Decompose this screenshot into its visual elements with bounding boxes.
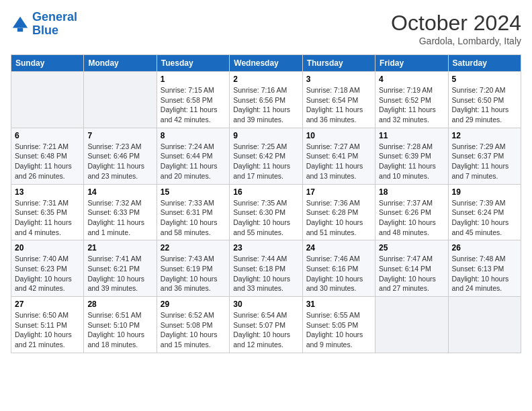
day-number: 31 — [306, 300, 371, 309]
day-info: Sunrise: 7:16 AM Sunset: 6:56 PM Dayligh… — [233, 85, 298, 125]
weekday-header-cell: Wednesday — [230, 55, 302, 72]
calendar-cell: 10Sunrise: 7:27 AM Sunset: 6:41 PM Dayli… — [302, 128, 375, 184]
calendar-cell: 30Sunrise: 6:54 AM Sunset: 5:07 PM Dayli… — [230, 297, 302, 353]
calendar-body: 1Sunrise: 7:15 AM Sunset: 6:58 PM Daylig… — [11, 72, 521, 353]
calendar-table: SundayMondayTuesdayWednesdayThursdayFrid… — [11, 54, 521, 353]
logo-text: General Blue — [32, 11, 77, 38]
calendar-week-row: 20Sunrise: 7:40 AM Sunset: 6:23 PM Dayli… — [11, 240, 521, 297]
day-number: 4 — [379, 75, 444, 84]
day-info: Sunrise: 6:54 AM Sunset: 5:07 PM Dayligh… — [233, 310, 298, 350]
title-block: October 2024 Gardola, Lombardy, Italy — [391, 11, 521, 46]
day-number: 30 — [233, 300, 298, 309]
day-number: 28 — [87, 300, 152, 309]
calendar-cell: 1Sunrise: 7:15 AM Sunset: 6:58 PM Daylig… — [157, 72, 229, 128]
calendar-week-row: 1Sunrise: 7:15 AM Sunset: 6:58 PM Daylig… — [11, 72, 521, 128]
day-number: 18 — [379, 187, 444, 197]
calendar-cell: 11Sunrise: 7:28 AM Sunset: 6:39 PM Dayli… — [375, 128, 448, 184]
calendar-cell: 15Sunrise: 7:33 AM Sunset: 6:31 PM Dayli… — [157, 184, 229, 240]
day-number: 15 — [161, 187, 226, 197]
logo: General Blue — [11, 11, 77, 38]
day-number: 24 — [306, 243, 371, 253]
location-subtitle: Gardola, Lombardy, Italy — [391, 36, 521, 46]
calendar-cell — [11, 72, 84, 128]
day-info: Sunrise: 6:51 AM Sunset: 5:10 PM Dayligh… — [87, 310, 152, 350]
calendar-cell: 29Sunrise: 6:52 AM Sunset: 5:08 PM Dayli… — [157, 297, 229, 353]
calendar-cell — [375, 297, 448, 353]
day-number: 29 — [161, 300, 226, 309]
weekday-header-cell: Thursday — [302, 55, 375, 72]
day-number: 23 — [233, 243, 298, 253]
calendar-cell: 20Sunrise: 7:40 AM Sunset: 6:23 PM Dayli… — [11, 240, 84, 297]
calendar-cell: 21Sunrise: 7:41 AM Sunset: 6:21 PM Dayli… — [84, 240, 157, 297]
day-info: Sunrise: 7:40 AM Sunset: 6:23 PM Dayligh… — [15, 254, 80, 293]
day-info: Sunrise: 7:39 AM Sunset: 6:24 PM Dayligh… — [452, 198, 517, 238]
day-info: Sunrise: 7:20 AM Sunset: 6:50 PM Dayligh… — [452, 85, 517, 125]
day-info: Sunrise: 6:55 AM Sunset: 5:05 PM Dayligh… — [306, 310, 371, 350]
day-info: Sunrise: 7:19 AM Sunset: 6:52 PM Dayligh… — [379, 85, 444, 125]
calendar-cell: 8Sunrise: 7:24 AM Sunset: 6:44 PM Daylig… — [157, 128, 229, 184]
day-number: 26 — [452, 243, 517, 253]
calendar-cell: 2Sunrise: 7:16 AM Sunset: 6:56 PM Daylig… — [230, 72, 302, 128]
calendar-cell: 19Sunrise: 7:39 AM Sunset: 6:24 PM Dayli… — [448, 184, 521, 240]
day-info: Sunrise: 7:28 AM Sunset: 6:39 PM Dayligh… — [379, 142, 444, 181]
day-number: 1 — [161, 75, 226, 84]
day-info: Sunrise: 7:31 AM Sunset: 6:35 PM Dayligh… — [15, 198, 80, 238]
day-info: Sunrise: 6:50 AM Sunset: 5:11 PM Dayligh… — [15, 310, 80, 350]
weekday-header-cell: Tuesday — [157, 55, 229, 72]
month-year-title: October 2024 — [391, 11, 521, 36]
day-number: 16 — [233, 187, 298, 197]
calendar-cell: 4Sunrise: 7:19 AM Sunset: 6:52 PM Daylig… — [375, 72, 448, 128]
day-number: 11 — [379, 131, 444, 140]
day-info: Sunrise: 6:52 AM Sunset: 5:08 PM Dayligh… — [161, 310, 226, 350]
day-number: 3 — [306, 75, 371, 84]
day-info: Sunrise: 7:24 AM Sunset: 6:44 PM Dayligh… — [161, 142, 226, 181]
calendar-cell: 31Sunrise: 6:55 AM Sunset: 5:05 PM Dayli… — [302, 297, 375, 353]
day-number: 17 — [306, 187, 371, 197]
day-info: Sunrise: 7:18 AM Sunset: 6:54 PM Dayligh… — [306, 85, 371, 125]
day-info: Sunrise: 7:15 AM Sunset: 6:58 PM Dayligh… — [161, 85, 226, 125]
day-info: Sunrise: 7:32 AM Sunset: 6:33 PM Dayligh… — [87, 198, 152, 238]
calendar-cell: 7Sunrise: 7:23 AM Sunset: 6:46 PM Daylig… — [84, 128, 157, 184]
day-number: 20 — [15, 243, 80, 253]
day-info: Sunrise: 7:33 AM Sunset: 6:31 PM Dayligh… — [161, 198, 226, 238]
day-info: Sunrise: 7:25 AM Sunset: 6:42 PM Dayligh… — [233, 142, 298, 181]
calendar-week-row: 6Sunrise: 7:21 AM Sunset: 6:48 PM Daylig… — [11, 128, 521, 184]
day-info: Sunrise: 7:35 AM Sunset: 6:30 PM Dayligh… — [233, 198, 298, 238]
day-number: 2 — [233, 75, 298, 84]
calendar-cell: 24Sunrise: 7:46 AM Sunset: 6:16 PM Dayli… — [302, 240, 375, 297]
weekday-header-cell: Saturday — [448, 55, 521, 72]
calendar-cell: 27Sunrise: 6:50 AM Sunset: 5:11 PM Dayli… — [11, 297, 84, 353]
calendar-cell: 12Sunrise: 7:29 AM Sunset: 6:37 PM Dayli… — [448, 128, 521, 184]
logo-icon — [11, 15, 30, 34]
calendar-cell: 26Sunrise: 7:48 AM Sunset: 6:13 PM Dayli… — [448, 240, 521, 297]
day-number: 25 — [379, 243, 444, 253]
day-number: 19 — [452, 187, 517, 197]
svg-rect-1 — [17, 28, 23, 32]
day-info: Sunrise: 7:37 AM Sunset: 6:26 PM Dayligh… — [379, 198, 444, 238]
day-number: 6 — [15, 131, 80, 140]
day-number: 27 — [15, 300, 80, 309]
calendar-cell — [448, 297, 521, 353]
day-number: 21 — [87, 243, 152, 253]
calendar-cell: 3Sunrise: 7:18 AM Sunset: 6:54 PM Daylig… — [302, 72, 375, 128]
calendar-cell: 25Sunrise: 7:47 AM Sunset: 6:14 PM Dayli… — [375, 240, 448, 297]
page-header: General Blue October 2024 Gardola, Lomba… — [11, 11, 521, 46]
day-info: Sunrise: 7:43 AM Sunset: 6:19 PM Dayligh… — [161, 254, 226, 293]
day-info: Sunrise: 7:29 AM Sunset: 6:37 PM Dayligh… — [452, 142, 517, 181]
calendar-week-row: 13Sunrise: 7:31 AM Sunset: 6:35 PM Dayli… — [11, 184, 521, 240]
calendar-cell: 17Sunrise: 7:36 AM Sunset: 6:28 PM Dayli… — [302, 184, 375, 240]
day-info: Sunrise: 7:48 AM Sunset: 6:13 PM Dayligh… — [452, 254, 517, 293]
day-number: 8 — [161, 131, 226, 140]
day-info: Sunrise: 7:23 AM Sunset: 6:46 PM Dayligh… — [87, 142, 152, 181]
day-number: 9 — [233, 131, 298, 140]
calendar-cell: 6Sunrise: 7:21 AM Sunset: 6:48 PM Daylig… — [11, 128, 84, 184]
day-info: Sunrise: 7:46 AM Sunset: 6:16 PM Dayligh… — [306, 254, 371, 293]
calendar-cell: 22Sunrise: 7:43 AM Sunset: 6:19 PM Dayli… — [157, 240, 229, 297]
weekday-header-cell: Sunday — [11, 55, 84, 72]
calendar-cell: 14Sunrise: 7:32 AM Sunset: 6:33 PM Dayli… — [84, 184, 157, 240]
day-info: Sunrise: 7:41 AM Sunset: 6:21 PM Dayligh… — [87, 254, 152, 293]
calendar-cell: 13Sunrise: 7:31 AM Sunset: 6:35 PM Dayli… — [11, 184, 84, 240]
day-number: 13 — [15, 187, 80, 197]
day-info: Sunrise: 7:36 AM Sunset: 6:28 PM Dayligh… — [306, 198, 371, 238]
calendar-cell: 5Sunrise: 7:20 AM Sunset: 6:50 PM Daylig… — [448, 72, 521, 128]
